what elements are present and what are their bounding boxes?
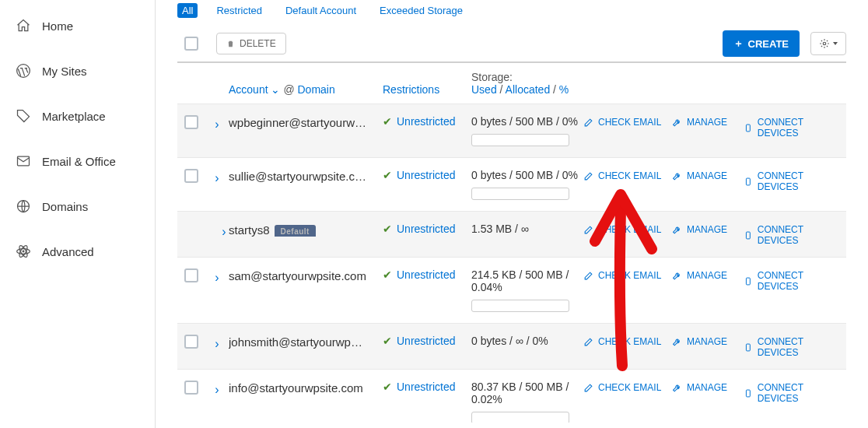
storage-text: 0 bytes / 500 MB / 0% <box>471 169 583 181</box>
header-domain[interactable]: Domain <box>297 83 334 96</box>
account-cell: wpbeginner@startyourw… <box>229 115 383 129</box>
sidebar-item-my-sites[interactable]: My Sites <box>0 48 155 93</box>
check-email-button[interactable]: CHECK EMAIL <box>583 169 661 181</box>
manage-button[interactable]: MANAGE <box>672 223 727 235</box>
wrench-icon <box>672 171 682 181</box>
sidebar-item-home[interactable]: Home <box>0 3 155 48</box>
row-checkbox[interactable] <box>184 335 198 349</box>
row-checkbox[interactable] <box>184 381 198 395</box>
gear-icon <box>819 38 830 49</box>
manage-button[interactable]: MANAGE <box>672 169 727 181</box>
table-row: ›wpbeginner@startyourw…✔Unrestricted0 by… <box>177 103 846 157</box>
expand-row-button[interactable]: › <box>205 169 229 185</box>
storage-cell: 0 bytes / 500 MB / 0% <box>471 115 583 146</box>
table-body: ›wpbeginner@startyourw…✔Unrestricted0 by… <box>177 103 846 423</box>
check-email-button[interactable]: CHECK EMAIL <box>583 335 661 347</box>
manage-button[interactable]: MANAGE <box>672 268 727 281</box>
restriction-cell[interactable]: ✔Unrestricted <box>383 268 471 281</box>
connect-devices-button[interactable]: CONNECT DEVICES <box>744 169 838 192</box>
connect-devices-button[interactable]: CONNECT DEVICES <box>744 335 838 358</box>
table-row: ›sullie@startyourwpsite.c…✔Unrestricted0… <box>177 157 846 211</box>
delete-button[interactable]: DELETE <box>216 33 286 54</box>
expand-row-button[interactable]: › <box>205 335 229 351</box>
filter-bar: All Restricted Default Account Exceeded … <box>177 3 846 18</box>
device-icon <box>744 177 753 187</box>
table-row: ›startys8Default✔Unrestricted1.53 MB / ∞… <box>177 211 846 257</box>
header-used[interactable]: Used <box>471 83 497 96</box>
check-email-button[interactable]: CHECK EMAIL <box>583 381 661 393</box>
sidebar-item-domains[interactable]: Domains <box>0 184 155 229</box>
connect-devices-button[interactable]: CONNECT DEVICES <box>744 223 838 246</box>
row-checkbox[interactable] <box>184 169 198 183</box>
wrench-icon <box>672 337 682 347</box>
restriction-value: Unrestricted <box>397 169 455 181</box>
svg-rect-9 <box>746 178 750 185</box>
account-email: sam@startyourwpsite.com <box>229 269 366 282</box>
restriction-cell[interactable]: ✔Unrestricted <box>383 335 471 347</box>
create-label: CREATE <box>748 38 789 50</box>
check-email-button[interactable]: CHECK EMAIL <box>583 268 661 281</box>
manage-button[interactable]: MANAGE <box>672 335 727 347</box>
header-storage-prefix: Storage: <box>471 71 583 83</box>
account-email: johnsmith@startyourwp… <box>229 335 362 349</box>
filter-default-account[interactable]: Default Account <box>281 3 361 18</box>
header-percent[interactable]: % <box>559 83 569 96</box>
filter-restricted[interactable]: Restricted <box>212 3 267 18</box>
storage-bar <box>471 412 569 423</box>
header-account[interactable]: Account <box>229 83 268 96</box>
storage-cell: 0 bytes / ∞ / 0% <box>471 335 583 347</box>
table-row: ›sam@startyourwpsite.com✔Unrestricted214… <box>177 257 846 323</box>
account-email: startys8 <box>229 223 270 237</box>
storage-text: 0 bytes / 500 MB / 0% <box>471 115 583 128</box>
settings-button[interactable] <box>810 32 846 55</box>
account-cell: info@startyourwpsite.com <box>229 381 383 395</box>
select-all-checkbox[interactable] <box>184 37 198 51</box>
storage-text: 1.53 MB / ∞ <box>471 223 583 235</box>
restriction-cell[interactable]: ✔Unrestricted <box>383 223 471 235</box>
header-allocated[interactable]: Allocated <box>506 83 551 96</box>
storage-cell: 0 bytes / 500 MB / 0% <box>471 169 583 200</box>
edit-icon <box>583 271 593 281</box>
sidebar-item-label: Marketplace <box>42 110 106 123</box>
home-icon <box>16 18 31 33</box>
header-restrictions[interactable]: Restrictions <box>383 83 439 96</box>
manage-button[interactable]: MANAGE <box>672 115 727 128</box>
sidebar-item-email-office[interactable]: Email & Office <box>0 139 155 184</box>
restriction-value: Unrestricted <box>397 223 455 235</box>
manage-button[interactable]: MANAGE <box>672 381 727 393</box>
account-cell: startys8Default <box>229 223 383 237</box>
create-button[interactable]: ＋ CREATE <box>723 30 800 57</box>
sidebar-item-label: Email & Office <box>42 155 116 168</box>
sidebar-item-advanced[interactable]: Advanced <box>0 229 155 274</box>
row-checkbox[interactable] <box>184 115 198 129</box>
check-icon: ✔ <box>383 223 392 235</box>
restriction-value: Unrestricted <box>397 268 455 281</box>
check-email-button[interactable]: CHECK EMAIL <box>583 115 661 128</box>
edit-icon <box>583 225 593 235</box>
expand-row-button[interactable]: › <box>205 268 229 285</box>
restriction-cell[interactable]: ✔Unrestricted <box>383 115 471 128</box>
connect-devices-button[interactable]: CONNECT DEVICES <box>744 381 838 404</box>
check-icon: ✔ <box>383 381 392 393</box>
restriction-value: Unrestricted <box>397 335 455 347</box>
check-email-button[interactable]: CHECK EMAIL <box>583 223 661 235</box>
restriction-cell[interactable]: ✔Unrestricted <box>383 381 471 393</box>
row-checkbox[interactable] <box>184 268 198 282</box>
device-icon <box>744 230 753 240</box>
account-cell: johnsmith@startyourwp… <box>229 335 383 349</box>
storage-text: 214.5 KB / 500 MB / 0.04% <box>471 268 583 293</box>
filter-all[interactable]: All <box>177 3 198 18</box>
account-email: sullie@startyourwpsite.c… <box>229 170 366 183</box>
device-icon <box>744 123 753 133</box>
expand-row-button[interactable]: › <box>205 381 229 397</box>
check-icon: ✔ <box>383 335 392 347</box>
filter-exceeded-storage[interactable]: Exceeded Storage <box>375 3 467 18</box>
sidebar-item-marketplace[interactable]: Marketplace <box>0 93 155 139</box>
expand-row-button[interactable]: › <box>205 115 229 132</box>
connect-devices-button[interactable]: CONNECT DEVICES <box>744 115 838 139</box>
svg-rect-1 <box>18 156 30 166</box>
connect-devices-button[interactable]: CONNECT DEVICES <box>744 268 838 292</box>
wrench-icon <box>672 383 682 393</box>
restriction-cell[interactable]: ✔Unrestricted <box>383 169 471 181</box>
expand-row-button[interactable]: › <box>205 223 229 239</box>
